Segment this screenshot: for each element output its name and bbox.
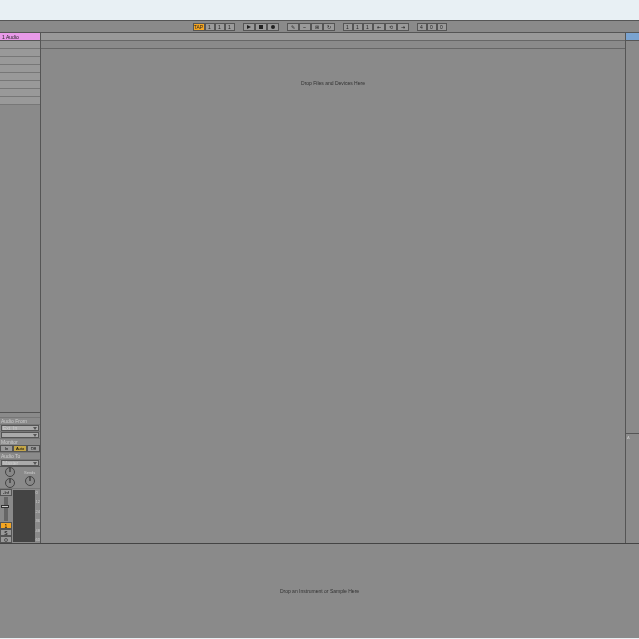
transport-toolbar: TAP 1 1 1 ✎ ~ ⊞ ↻ 1 1 1 ⇤ ⟲ ⇥ 4 0 0 xyxy=(0,20,639,33)
right-panel: A xyxy=(625,33,639,543)
chevron-down-icon xyxy=(33,462,37,465)
tempo-group: TAP 1 1 1 xyxy=(193,23,235,31)
monitor-auto-button[interactable]: Auto xyxy=(13,445,26,452)
track-column: 1 Audio Audio From Ext. In xyxy=(0,33,41,543)
stop-button[interactable] xyxy=(255,23,267,31)
level-meter xyxy=(13,490,35,542)
chevron-down-icon xyxy=(33,434,37,437)
db-mark: 24 xyxy=(36,509,40,514)
track-title[interactable]: 1 Audio xyxy=(0,33,40,41)
pan-knob[interactable] xyxy=(5,467,15,477)
right-spacer xyxy=(626,41,639,433)
play-button[interactable] xyxy=(243,23,255,31)
db-mark: 36 xyxy=(36,518,40,523)
clip-slot[interactable] xyxy=(0,57,40,65)
return-label: A xyxy=(626,434,639,441)
drop-files-hint: Drop Files and Devices Here xyxy=(301,80,365,86)
arm-button[interactable] xyxy=(0,536,12,543)
audio-to-row: Master xyxy=(0,459,40,466)
send-b-knob[interactable] xyxy=(25,476,35,486)
audio-from-label: Audio From xyxy=(0,417,40,424)
volume-display[interactable]: -Inf xyxy=(0,489,12,496)
track-activator[interactable]: 1 xyxy=(0,522,12,529)
clip-slots xyxy=(0,41,40,105)
window-titlebar-area xyxy=(0,0,639,20)
arrangement-view[interactable]: Drop Files and Devices Here xyxy=(41,33,625,543)
sends-row: Sends xyxy=(0,467,40,489)
mixer-section: Sends -Inf 1 S xyxy=(0,466,40,543)
db-mark: 48 xyxy=(36,528,40,533)
monitor-off-button[interactable]: Off xyxy=(27,445,40,452)
monitor-in-button[interactable]: In xyxy=(0,445,13,452)
sends-label: Sends xyxy=(24,470,35,475)
edit-controls: ✎ ~ ⊞ ↻ xyxy=(287,23,335,31)
loop-position: 1 1 1 ⇤ ⟲ ⇥ xyxy=(343,23,409,31)
clip-slot[interactable] xyxy=(0,81,40,89)
monitor-label: Monitor xyxy=(0,438,40,445)
arrangement-ruler[interactable] xyxy=(41,41,625,49)
audio-from-select[interactable]: Ext. In xyxy=(1,425,39,431)
volume-fader[interactable] xyxy=(1,505,9,508)
record-icon xyxy=(271,25,275,29)
position-bar[interactable]: 1 xyxy=(205,23,215,31)
loop-switch[interactable]: ⟲ xyxy=(385,23,397,31)
audio-to-label: Audio To xyxy=(0,452,40,459)
monitor-row: In Auto Off xyxy=(0,445,40,452)
io-section: Audio From Ext. In Monitor In Auto Off A… xyxy=(0,412,40,466)
meter-column: 0 12 24 36 48 60 xyxy=(12,489,40,543)
punch-in-button[interactable]: ⇤ xyxy=(373,23,385,31)
clip-slot[interactable] xyxy=(0,41,40,49)
loop-beat[interactable]: 1 xyxy=(353,23,363,31)
sig-b[interactable]: 0 xyxy=(427,23,437,31)
right-tab[interactable] xyxy=(626,33,639,41)
sig-c[interactable]: 0 xyxy=(437,23,447,31)
record-button[interactable] xyxy=(267,23,279,31)
key-midi-group: 4 0 0 xyxy=(417,23,447,31)
send-a-knob[interactable] xyxy=(5,478,15,488)
tap-tempo-button[interactable]: TAP xyxy=(193,23,205,31)
channel-row xyxy=(0,431,40,438)
detail-view[interactable]: Drop an Instrument or Sample Here xyxy=(0,543,639,638)
solo-button[interactable]: S xyxy=(0,529,12,536)
fader-column: -Inf 1 S xyxy=(0,489,12,543)
arm-icon xyxy=(4,538,8,542)
loop-bar[interactable]: 1 xyxy=(343,23,353,31)
volume-section: -Inf 1 S 0 12 24 36 xyxy=(0,489,40,543)
right-mixer: A xyxy=(626,433,639,543)
db-mark: 0 xyxy=(36,490,40,495)
detail-drop-hint: Drop an Instrument or Sample Here xyxy=(280,588,359,594)
automation-button[interactable]: ~ xyxy=(299,23,311,31)
stop-icon xyxy=(259,25,263,29)
volume-fader-track xyxy=(4,497,8,521)
main-area: 1 Audio Audio From Ext. In xyxy=(0,33,639,543)
db-scale: 0 12 24 36 48 60 xyxy=(36,489,40,543)
track-spacer xyxy=(0,105,40,412)
loop-sixteenth[interactable]: 1 xyxy=(363,23,373,31)
audio-from-value: Ext. In xyxy=(3,425,17,431)
sig-a[interactable]: 4 xyxy=(417,23,427,31)
clip-slot[interactable] xyxy=(0,73,40,81)
clip-slot[interactable] xyxy=(0,65,40,73)
draw-button[interactable]: ⊞ xyxy=(311,23,323,31)
clip-slot[interactable] xyxy=(0,89,40,97)
pencil-button[interactable]: ✎ xyxy=(287,23,299,31)
channel-select[interactable] xyxy=(1,432,39,438)
position-sixteenth[interactable]: 1 xyxy=(225,23,235,31)
db-mark: 60 xyxy=(36,537,40,542)
chevron-down-icon xyxy=(33,427,37,430)
play-icon xyxy=(247,25,251,29)
db-mark: 12 xyxy=(36,499,40,504)
clip-slot[interactable] xyxy=(0,97,40,105)
loop-button[interactable]: ↻ xyxy=(323,23,335,31)
arrangement-header xyxy=(41,33,625,41)
clip-slot[interactable] xyxy=(0,49,40,57)
punch-out-button[interactable]: ⇥ xyxy=(397,23,409,31)
transport-controls xyxy=(243,23,279,31)
audio-from-row: Ext. In xyxy=(0,424,40,431)
position-beat[interactable]: 1 xyxy=(215,23,225,31)
